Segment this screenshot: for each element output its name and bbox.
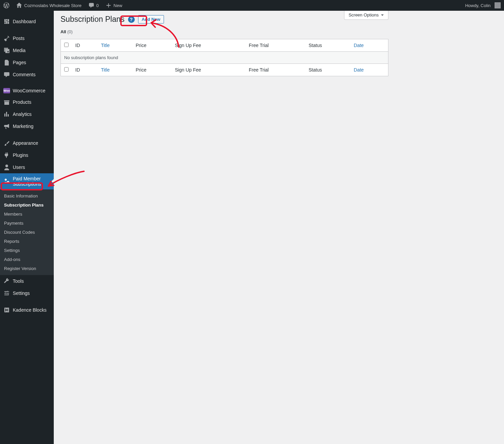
sidebar-item-label: Analytics (13, 112, 32, 117)
content-area: Screen Options Subscription Plans ? Add … (54, 0, 395, 83)
wordpress-icon (3, 2, 9, 8)
sidebar-item-label: Pages (13, 60, 26, 65)
col-date-foot[interactable]: Date (354, 67, 364, 73)
sidebar-item-marketing[interactable]: Marketing (0, 120, 54, 132)
help-icon[interactable]: ? (128, 16, 135, 23)
pages-icon (3, 59, 10, 66)
new-label: New (114, 3, 122, 8)
sidebar-item-label: Plugins (13, 152, 28, 158)
sidebar-item-pages[interactable]: Pages (0, 56, 54, 69)
media-icon (3, 47, 10, 54)
sidebar-item-label: Media (13, 48, 26, 53)
sidebar-item-comments[interactable]: Comments (0, 69, 54, 81)
sidebar-item-plugins[interactable]: Plugins (0, 149, 54, 161)
col-date[interactable]: Date (354, 43, 364, 48)
sidebar-item-dashboard[interactable]: Dashboard (0, 15, 54, 28)
adminbar: Cozmoslabs Wholesale Store 0 New Howdy, … (0, 0, 395, 11)
filter-all-link[interactable]: All (60, 29, 66, 34)
comment-icon (88, 2, 94, 8)
submenu-members[interactable]: Members (0, 210, 54, 219)
col-status-foot: Status (305, 64, 350, 76)
col-price: Price (132, 39, 172, 52)
member-subscriptions-icon (3, 178, 10, 185)
kadence-icon (3, 307, 10, 313)
sidebar-item-users[interactable]: Users (0, 161, 54, 173)
home-icon (16, 2, 22, 8)
col-price-foot: Price (132, 64, 172, 76)
sidebar-item-label: Products (13, 99, 31, 105)
col-signup-fee: Sign Up Fee (172, 39, 246, 52)
comments-icon (3, 71, 10, 78)
page-heading-row: Subscription Plans ? Add New (60, 15, 388, 24)
col-title-foot[interactable]: Title (101, 67, 110, 73)
col-id: ID (72, 39, 97, 52)
site-name: Cozmoslabs Wholesale Store (24, 3, 82, 8)
sidebar-item-analytics[interactable]: Analytics (0, 108, 54, 120)
sidebar-item-media[interactable]: Media (0, 44, 54, 56)
sidebar-item-label: Dashboard (13, 19, 36, 24)
filter-all-count: (0) (67, 29, 73, 34)
sidebar-item-tools[interactable]: Tools (0, 275, 54, 287)
sidebar-item-woocommerce[interactable]: Woo WooCommerce (0, 85, 54, 96)
sidebar-item-label: Paid Member Subscriptions (13, 176, 50, 187)
sidebar-item-label: Users (13, 165, 25, 170)
wp-logo[interactable] (0, 0, 13, 11)
submenu-payments[interactable]: Payments (0, 219, 54, 228)
col-free-trial: Free Trial (246, 39, 305, 52)
sidebar-item-posts[interactable]: Posts (0, 32, 54, 44)
plus-icon (106, 2, 112, 8)
filter-row: All (0) (60, 29, 388, 34)
submenu-discount-codes[interactable]: Discount Codes (0, 228, 54, 237)
woo-icon: Woo (3, 88, 10, 93)
sidebar-item-label: WooCommerce (13, 88, 45, 93)
wrench-icon (3, 278, 10, 284)
submenu-basic-information[interactable]: Basic Information (0, 191, 54, 201)
sidebar-item-label: Tools (13, 278, 24, 284)
col-signup-fee-foot: Sign Up Fee (172, 64, 246, 76)
dashboard-icon (3, 18, 10, 25)
add-new-button[interactable]: Add New (138, 15, 164, 24)
sidebar-item-label: Appearance (13, 140, 38, 146)
screen-options-toggle[interactable]: Screen Options (344, 11, 388, 20)
plans-table: ID Title Price Sign Up Fee Free Trial St… (60, 39, 388, 76)
select-all-checkbox-bottom[interactable] (64, 67, 69, 72)
sidebar-item-label: Marketing (13, 124, 33, 129)
sidebar-item-settings[interactable]: Settings (0, 287, 54, 299)
sidebar-item-appearance[interactable]: Appearance (0, 137, 54, 149)
pin-icon (3, 35, 10, 42)
comments-count: 0 (96, 3, 99, 8)
plug-icon (3, 152, 10, 159)
sidebar-item-label: Kadence Blocks (13, 307, 46, 313)
sidebar-item-label: Comments (13, 72, 36, 77)
col-free-trial-foot: Free Trial (246, 64, 305, 76)
user-icon (3, 164, 10, 171)
new-content-link[interactable]: New (102, 0, 126, 11)
submenu-register-version[interactable]: Register Version (0, 264, 54, 273)
sidebar-item-label: Posts (13, 36, 25, 41)
col-status: Status (305, 39, 350, 52)
admin-sidebar: Dashboard Posts Media Pages Comments Woo… (0, 11, 54, 348)
submenu-subscription-plans[interactable]: Subscription Plans (0, 201, 54, 210)
megaphone-icon (3, 123, 10, 130)
sliders-icon (3, 290, 10, 297)
sidebar-item-products[interactable]: Products (0, 96, 54, 108)
sidebar-item-kadence-blocks[interactable]: Kadence Blocks (0, 304, 54, 316)
page-title: Subscription Plans (60, 15, 125, 24)
col-id-foot: ID (72, 64, 97, 76)
select-all-checkbox-top[interactable] (64, 43, 69, 47)
sidebar-item-label: Settings (13, 291, 30, 296)
comments-link[interactable]: 0 (85, 0, 102, 11)
screen-options-label: Screen Options (348, 12, 379, 17)
submenu-add-ons[interactable]: Add-ons (0, 255, 54, 264)
col-title[interactable]: Title (101, 43, 110, 48)
submenu-settings[interactable]: Settings (0, 246, 54, 255)
site-home-link[interactable]: Cozmoslabs Wholesale Store (13, 0, 85, 11)
submenu-reports[interactable]: Reports (0, 237, 54, 246)
sidebar-item-paid-member-subscriptions[interactable]: Paid Member Subscriptions (0, 173, 54, 189)
brush-icon (3, 140, 10, 146)
analytics-icon (3, 111, 10, 118)
sidebar-submenu: Basic Information Subscription Plans Mem… (0, 189, 54, 275)
empty-message: No subscription plans found (61, 52, 388, 64)
products-icon (3, 99, 10, 105)
svg-point-0 (7, 51, 9, 52)
